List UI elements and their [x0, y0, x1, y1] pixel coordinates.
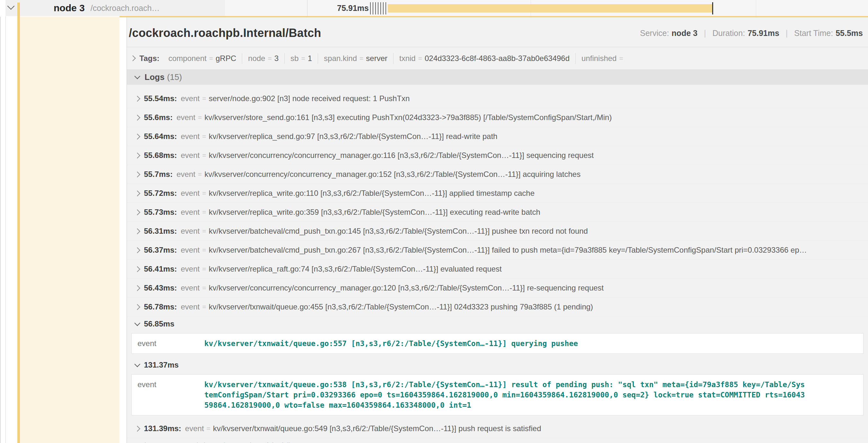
span-timeline-bar[interactable] [388, 4, 713, 12]
tag-equals: = [360, 55, 363, 62]
chevron-right-icon [134, 114, 140, 121]
span-duration-label: 75.91ms [318, 0, 369, 16]
duration-value: 75.91ms [747, 29, 779, 38]
log-equals: = [202, 303, 206, 311]
tag-key: sb [290, 54, 299, 63]
collapsed-children-ticks [370, 2, 386, 14]
log-equals: = [202, 227, 206, 235]
log-timestamp: 55.7ms: [144, 170, 173, 179]
tag-key: component [168, 54, 207, 63]
start-time-value: 55.5ms [836, 29, 863, 38]
log-equals: = [202, 151, 206, 159]
trace-span-row[interactable]: node 3 /cockroach.roach… 75.91ms [0, 0, 868, 16]
log-list: 55.54ms:event=server/node.go:902 [n3] no… [127, 85, 868, 438]
log-row[interactable]: 56.31ms:event=kv/kvserver/batcheval/cmd_… [127, 222, 868, 241]
chevron-right-icon [134, 304, 140, 310]
service-label: Service: [640, 29, 669, 38]
log-field-value: kv/kvserver/txnwait/queue.go:538 [n3,s3,… [204, 379, 808, 410]
log-row-expanded-header[interactable]: 131.37ms [127, 357, 868, 372]
log-field-name: event [181, 132, 200, 141]
log-row[interactable]: 55.54ms:event=server/node.go:902 [n3] no… [127, 89, 868, 108]
log-message: kv/kvserver/store_send.go:161 [n3,s3] ex… [204, 113, 612, 122]
log-row[interactable]: 55.73ms:event=kv/kvserver/replica_write.… [127, 203, 868, 222]
tag-item: component=gRPC [162, 53, 242, 64]
tags-accordion-toggle[interactable]: Tags: component=gRPCnode=3sb=1span.kind=… [127, 47, 868, 69]
tag-item: txnid=024d3323-6c8f-4863-aa8b-37ab0e6349… [393, 53, 575, 64]
log-field-name: event [181, 151, 200, 160]
log-equals: = [202, 208, 206, 216]
span-meta: Service: node 3 | Duration: 75.91ms | St… [640, 29, 863, 38]
gutter-divider [5, 0, 6, 443]
chevron-right-icon [130, 55, 135, 61]
log-timestamp: 56.37ms: [144, 246, 177, 254]
logs-title: Logs [145, 72, 164, 82]
chevron-right-icon [134, 247, 140, 253]
log-message: kv/kvserver/replica_raft.go:74 [n3,s3,r6… [209, 265, 502, 273]
log-timestamp: 56.41ms: [144, 265, 177, 273]
log-row-expanded-header[interactable]: 56.85ms [127, 316, 868, 331]
log-detail-card: eventkv/kvserver/txnwait/queue.go:538 [n… [131, 374, 864, 415]
log-field-name: event [181, 302, 200, 311]
log-field-value: kv/kvserver/txnwait/queue.go:557 [n3,s3,… [204, 338, 578, 349]
tag-key: node [248, 54, 265, 63]
chevron-right-icon [134, 134, 140, 139]
log-row[interactable]: 55.68ms:event=kv/kvserver/concurrency/co… [127, 146, 868, 165]
log-field-name: event [185, 424, 204, 433]
log-row[interactable]: 56.78ms:event=kv/kvserver/txnwait/queue.… [127, 298, 868, 316]
log-message: kv/kvserver/concurrency/concurrency_mana… [209, 283, 604, 293]
log-field-name: event [181, 227, 200, 236]
tag-value: 024d3323-6c8f-4863-aa8b-37ab0e63496d [425, 54, 569, 63]
log-equals: = [202, 95, 206, 102]
tag-key: unfinished [582, 54, 617, 63]
duration-label: Duration: [713, 29, 745, 38]
log-row[interactable]: 55.7ms:event=kv/kvserver/concurrency/con… [127, 165, 868, 184]
tags-label: Tags: [140, 54, 159, 63]
logs-footer-note: Log timestamps are relative to the start… [127, 438, 868, 443]
log-row[interactable]: 131.39ms:event=kv/kvserver/txnwait/queue… [127, 419, 868, 438]
chevron-right-icon [134, 171, 140, 177]
tag-item: node=3 [242, 53, 284, 64]
span-operation-name: /cockroach.roach… [91, 3, 160, 13]
tag-list: component=gRPCnode=3sb=1span.kind=server… [162, 53, 631, 64]
tag-equals: = [619, 55, 623, 62]
tag-equals: = [301, 55, 305, 62]
name-column-divider[interactable] [307, 0, 307, 16]
log-field-name: event [181, 94, 200, 103]
log-row[interactable]: 55.6ms:event=kv/kvserver/store_send.go:1… [127, 108, 868, 127]
log-field-name: event [137, 379, 204, 410]
log-row[interactable]: 55.72ms:event=kv/kvserver/replica_write.… [127, 184, 868, 203]
log-row[interactable]: 56.41ms:event=kv/kvserver/replica_raft.g… [127, 260, 868, 279]
log-row[interactable]: 56.43ms:event=kv/kvserver/concurrency/co… [127, 279, 868, 298]
left-scrollbar-track[interactable] [0, 17, 1, 443]
log-timestamp: 56.43ms: [144, 283, 177, 293]
chevron-right-icon [134, 228, 140, 234]
meta-separator: | [786, 29, 788, 38]
log-timestamp: 55.73ms: [144, 208, 177, 217]
log-field-name: event [176, 113, 195, 122]
logs-accordion-toggle[interactable]: Logs (15) [127, 69, 868, 85]
log-field-name: event [176, 170, 195, 179]
tag-key: txnid [399, 54, 416, 63]
tag-value: 3 [274, 54, 279, 63]
span-detail-panel: /cockroach.roachpb.Internal/Batch Servic… [127, 17, 868, 443]
log-timestamp: 131.39ms: [144, 424, 181, 433]
log-row[interactable]: 56.37ms:event=kv/kvserver/batcheval/cmd_… [127, 241, 868, 260]
log-timestamp: 55.72ms: [144, 189, 177, 198]
log-field-name: event [181, 283, 200, 293]
tag-item: span.kind=server [318, 53, 393, 64]
start-time-label: Start Time: [794, 29, 833, 38]
span-end-tick [712, 2, 713, 14]
log-message: kv/kvserver/batcheval/cmd_push_txn.go:26… [209, 246, 807, 254]
log-row[interactable]: 55.64ms:event=kv/kvserver/replica_send.g… [127, 127, 868, 146]
span-name-wrap[interactable]: node 3 /cockroach.roach… [54, 0, 160, 16]
log-message: kv/kvserver/replica_write.go:110 [n3,s3,… [209, 189, 534, 198]
log-equals: = [202, 190, 206, 197]
log-message: server/node.go:902 [n3] node received re… [209, 94, 410, 103]
log-message: kv/kvserver/concurrency/concurrency_mana… [209, 151, 594, 160]
log-detail-card: eventkv/kvserver/txnwait/queue.go:557 [n… [131, 333, 864, 354]
tag-item: sb=1 [284, 53, 318, 64]
tag-value: gRPC [216, 54, 236, 63]
tag-equals: = [209, 55, 213, 62]
timeline-gridline [756, 0, 756, 16]
tag-equals: = [268, 55, 272, 62]
